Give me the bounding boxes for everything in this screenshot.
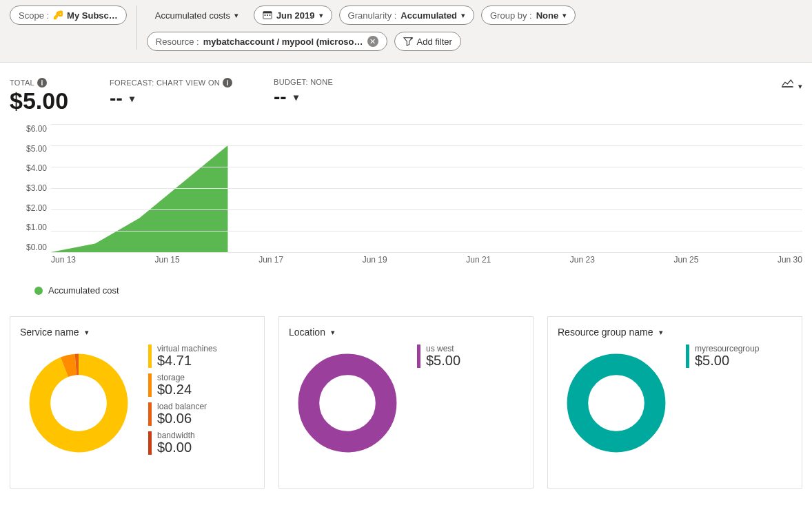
- legend-item-value: $0.24: [157, 382, 217, 397]
- legend-item-value: $5.00: [426, 353, 460, 368]
- forecast-value: --: [110, 88, 123, 110]
- legend-item: load balancer$0.06: [148, 402, 217, 426]
- x-axis: Jun 13Jun 15Jun 17Jun 19Jun 21Jun 23Jun …: [51, 255, 802, 269]
- view-dropdown[interactable]: Accumulated costs ▾: [147, 6, 247, 25]
- chevron-down-icon[interactable]: ▾: [294, 92, 298, 103]
- legend-item: bandwidth$0.00: [148, 431, 217, 455]
- legend-item-name: myresourcegroup: [695, 345, 759, 353]
- legend-item-value: $5.00: [695, 353, 759, 368]
- add-filter-button[interactable]: Add filter: [394, 32, 461, 51]
- key-icon: [53, 10, 63, 20]
- y-axis: $6.00$5.00$4.00$3.00$2.00$1.00$0.00: [10, 124, 51, 252]
- groupby-pill[interactable]: Group by : None ▾: [481, 6, 576, 25]
- legend-item-name: virtual machines: [157, 345, 217, 353]
- legend-item: virtual machines$4.71: [148, 345, 217, 368]
- card-title-location[interactable]: Location ▾: [289, 327, 523, 338]
- legend-item-value: $4.71: [157, 353, 217, 368]
- forecast-metric: FORECAST: CHART VIEW ON i -- ▾: [110, 78, 232, 114]
- resource-filter-pill[interactable]: Resource : mybatchaccount / mypool (micr…: [147, 32, 387, 51]
- grid-line: [51, 188, 802, 189]
- x-tick: Jun 17: [258, 255, 283, 269]
- grid-line: [51, 252, 802, 253]
- card-service: Service name ▾ virtual machines$4.71stor…: [10, 316, 265, 489]
- area-series: [51, 145, 227, 252]
- groupby-label: Group by :: [490, 10, 532, 21]
- chevron-down-icon[interactable]: ▾: [130, 93, 134, 104]
- plot-area: [51, 124, 802, 252]
- chevron-down-icon: ▾: [461, 11, 465, 20]
- legend-service: virtual machines$4.71storage$0.24load ba…: [148, 345, 217, 459]
- y-tick: $4.00: [10, 163, 47, 173]
- legend-item-name: us west: [426, 345, 460, 353]
- card-title-resourcegroup[interactable]: Resource group name ▾: [558, 327, 792, 338]
- filter-icon: [403, 37, 413, 46]
- legend-item-value: $0.00: [157, 440, 217, 455]
- y-tick: $6.00: [10, 124, 47, 134]
- x-tick: Jun 25: [673, 255, 698, 269]
- card-resourcegroup: Resource group name ▾ myresourcegroup$5.…: [547, 316, 802, 489]
- close-icon[interactable]: ✕: [367, 36, 378, 47]
- legend-item: us west$5.00: [417, 345, 460, 368]
- chevron-down-icon: ▾: [659, 328, 663, 337]
- date-pill[interactable]: Jun 2019 ▾: [254, 6, 332, 25]
- legend-dot: [34, 287, 43, 295]
- granularity-label: Granularity :: [348, 10, 397, 21]
- budget-value: --: [274, 86, 287, 108]
- svg-rect-1: [263, 12, 272, 14]
- y-tick: $1.00: [10, 223, 47, 232]
- granularity-pill[interactable]: Granularity : Accumulated ▾: [339, 6, 474, 25]
- chevron-down-icon: ▾: [85, 328, 89, 337]
- forecast-label: FORECAST: CHART VIEW ON: [110, 79, 220, 87]
- total-value: $5.00: [10, 88, 68, 114]
- legend-item-name: storage: [157, 373, 217, 382]
- x-tick: Jun 23: [570, 255, 595, 269]
- chart-legend: Accumulated cost: [0, 269, 812, 296]
- info-icon[interactable]: i: [223, 78, 232, 88]
- svg-rect-2: [265, 14, 266, 16]
- x-tick: Jun 13: [51, 255, 76, 269]
- budget-label: BUDGET: NONE: [274, 78, 333, 86]
- info-icon[interactable]: i: [37, 78, 47, 88]
- grid-line: [51, 231, 802, 232]
- chevron-down-icon: ▾: [319, 11, 323, 20]
- scope-pill[interactable]: Scope : My Subsc…: [10, 6, 127, 25]
- svg-rect-4: [270, 14, 271, 16]
- scope-label: Scope :: [19, 10, 49, 21]
- chart-type-toggle[interactable]: ▾: [782, 78, 802, 91]
- main-chart: $6.00$5.00$4.00$3.00$2.00$1.00$0.00 Jun …: [0, 114, 812, 269]
- legend-item-value: $0.06: [157, 411, 217, 426]
- svg-rect-3: [267, 14, 268, 16]
- cards-row: Service name ▾ virtual machines$4.71stor…: [0, 296, 812, 489]
- calendar-icon: [263, 10, 272, 20]
- x-tick: Jun 19: [363, 255, 387, 269]
- legend-label: Accumulated cost: [48, 285, 119, 296]
- view-label: Accumulated costs: [155, 10, 230, 21]
- granularity-value: Accumulated: [400, 10, 457, 21]
- legend-resourcegroup: myresourcegroup$5.00: [686, 345, 759, 372]
- svg-rect-7: [782, 86, 793, 88]
- scope-section: Scope : My Subsc…: [10, 6, 137, 50]
- grid-line: [51, 124, 802, 125]
- legend-item-name: load balancer: [157, 402, 217, 411]
- date-value: Jun 2019: [276, 10, 315, 21]
- legend-item: myresourcegroup$5.00: [686, 345, 759, 368]
- x-tick: Jun 30: [778, 255, 802, 269]
- grid-line: [51, 167, 802, 167]
- y-tick: $3.00: [10, 183, 47, 193]
- card-location: Location ▾ us west$5.00: [278, 316, 534, 489]
- y-tick: $2.00: [10, 203, 47, 213]
- filter-bar: Scope : My Subsc… Accumulated costs ▾ Ju…: [0, 0, 812, 63]
- svg-point-8: [309, 364, 386, 442]
- donut-location: [289, 345, 406, 462]
- resource-label: Resource :: [156, 37, 199, 47]
- card-title-service[interactable]: Service name ▾: [20, 327, 254, 338]
- y-tick: $5.00: [10, 144, 47, 154]
- chevron-down-icon: ▾: [798, 82, 802, 90]
- grid-line: [51, 209, 802, 210]
- svg-point-9: [578, 364, 655, 442]
- chevron-down-icon: ▾: [234, 11, 238, 20]
- legend-location: us west$5.00: [417, 345, 460, 372]
- summary-row: TOTAL i $5.00 FORECAST: CHART VIEW ON i …: [0, 63, 812, 114]
- donut-service: [20, 345, 137, 462]
- scope-value: My Subsc…: [67, 10, 118, 21]
